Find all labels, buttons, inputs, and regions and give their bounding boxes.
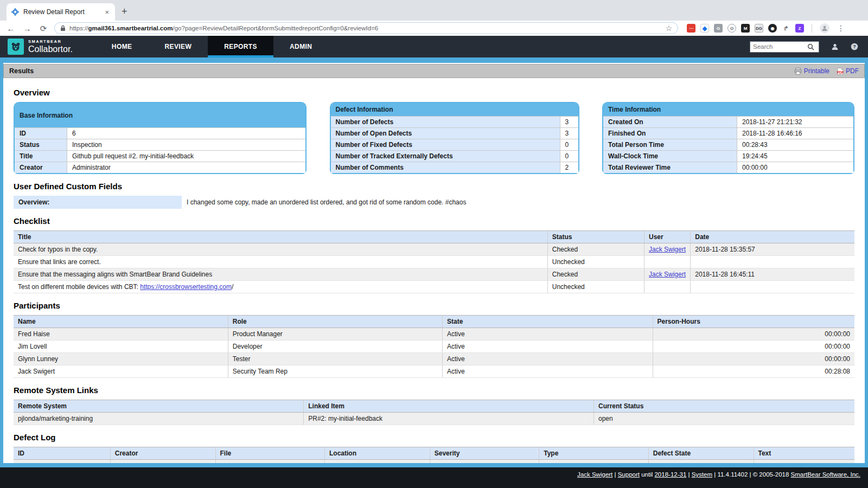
search-input[interactable]: [753, 43, 807, 50]
extension-icon-2[interactable]: ◆: [700, 24, 709, 33]
checklist-table: Title Status User Date Check for typos i…: [14, 230, 854, 293]
table-row: Number of Defects3: [331, 116, 578, 127]
nav-item-review[interactable]: REVIEW: [148, 36, 208, 57]
browser-profile-avatar[interactable]: [820, 23, 829, 33]
participant-name: Jack Swigert: [14, 365, 228, 378]
nav-item-admin[interactable]: ADMIN: [273, 36, 328, 57]
footer-separator: |: [612, 471, 617, 478]
pdf-link[interactable]: PDF PDF: [837, 67, 859, 75]
table-row: Test on different mobile devices with CB…: [14, 281, 854, 293]
footer-system-link[interactable]: System: [692, 471, 712, 478]
checklist-status: Checked: [547, 268, 644, 281]
row-label: Finished On: [603, 127, 737, 139]
extension-icon-9[interactable]: Z: [795, 24, 804, 33]
new-tab-button[interactable]: +: [122, 6, 127, 17]
row-label: Total Reviewer Time: [603, 162, 737, 173]
search-box[interactable]: [750, 41, 819, 53]
table-row: pjlonda/marketing-training PR#2: my-init…: [14, 413, 854, 425]
checklist-date: [691, 256, 854, 268]
extension-icon-6[interactable]: DG: [755, 24, 763, 33]
defect-information-title: Defect Information: [331, 103, 578, 116]
user-icon[interactable]: [831, 43, 839, 50]
user-link[interactable]: Jack Swigert: [649, 246, 686, 253]
pdf-icon: PDF: [837, 68, 844, 75]
toolbar-divider: [812, 24, 812, 33]
report-content: Overview Base Information ID6 StatusInsp…: [3, 78, 865, 467]
column-header-status: Status: [547, 231, 644, 243]
app-header: SMARTBEAR Collabortor. HOME REVIEW REPOR…: [0, 36, 868, 57]
current-status-value: open: [594, 413, 855, 425]
base-information-table: Base Information ID6 StatusInspection Ti…: [14, 102, 307, 174]
defect-information-table: Defect Information Number of Defects3 Nu…: [330, 102, 579, 174]
footer-company-link[interactable]: SmartBear Software, Inc.: [791, 471, 860, 478]
footer-user-link[interactable]: Jack Swigert: [577, 471, 612, 478]
row-label: ID: [15, 127, 67, 139]
defect-location: Line 15: [325, 460, 430, 468]
column-header-remote-system: Remote System: [14, 400, 304, 413]
extension-icon-3[interactable]: G: [714, 24, 723, 33]
extension-icon-5[interactable]: M: [741, 24, 750, 33]
row-label: Number of Comments: [331, 162, 560, 173]
url-bar[interactable]: https://gmail361.smartbeartrial.com/go?p…: [54, 22, 678, 34]
search-icon[interactable]: [807, 43, 814, 50]
row-label: Title: [15, 150, 67, 162]
defect-creator-link[interactable]: Jack Swigert: [115, 462, 152, 467]
column-header-id: ID: [14, 447, 110, 460]
table-row: Total Person Time00:28:43: [603, 139, 853, 150]
reload-icon[interactable]: ⟳: [38, 24, 49, 33]
custom-field-row: Overview: I changed some copy, made an u…: [14, 196, 854, 209]
table-row: Number of Fixed Defects0: [331, 139, 578, 150]
table-row: Jim Lovell Developer Active 00:00:00: [14, 341, 854, 353]
cbt-url-link[interactable]: https://crossbrowsertesting.com: [140, 283, 232, 291]
table-row: Finished On2018-11-28 16:46:16: [603, 127, 853, 139]
extension-icon-4[interactable]: O: [727, 24, 736, 33]
table-row: Wall-Clock Time19:24:45: [603, 150, 853, 162]
participant-hours: 00:00:00: [653, 353, 854, 365]
brand-smartbear-label: SMARTBEAR: [28, 39, 73, 44]
checklist-status: Unchecked: [547, 281, 644, 293]
column-header-file: File: [215, 447, 325, 460]
defect-id-link[interactable]: 1: [102, 462, 106, 467]
nav-item-reports[interactable]: REPORTS: [208, 36, 273, 57]
browser-tab[interactable]: Review Detail Report ×: [7, 3, 115, 21]
pdf-label[interactable]: PDF: [846, 67, 859, 75]
table-header-row: ID Creator File Location Severity Type D…: [14, 447, 854, 460]
help-icon[interactable]: ?: [851, 43, 858, 50]
printable-label[interactable]: Printable: [804, 67, 829, 75]
page-frame: Results Printable PDF PDF Overview Base …: [0, 57, 868, 467]
participants-table: Name Role State Person-Hours Fred Haise …: [14, 315, 854, 378]
footer-support-date-link[interactable]: 2018-12-31: [654, 471, 686, 478]
bookmark-star-icon[interactable]: ☆: [665, 24, 672, 33]
back-icon[interactable]: ←: [5, 24, 16, 33]
row-value: 2018-11-28 16:46:16: [737, 127, 853, 139]
participant-hours: 00:00:00: [653, 328, 854, 341]
table-row: Fred Haise Product Manager Active 00:00:…: [14, 328, 854, 341]
footer-support-link[interactable]: Support: [618, 471, 640, 478]
brand-logo[interactable]: SMARTBEAR Collabortor.: [0, 36, 80, 57]
column-header-type: Type: [539, 447, 649, 460]
table-row: 1 Jack Swigert email-template Line 15 Ma…: [14, 460, 854, 468]
main-nav: HOME REVIEW REPORTS ADMIN: [95, 36, 329, 57]
nav-item-home[interactable]: HOME: [95, 36, 149, 57]
participant-state: Active: [443, 341, 653, 353]
row-label: Wall-Clock Time: [603, 150, 737, 162]
participant-state: Active: [443, 353, 653, 365]
forward-icon[interactable]: →: [22, 24, 33, 33]
tab-close-icon[interactable]: ×: [103, 8, 111, 16]
brand-collaborator-label: Collabortor.: [28, 44, 73, 54]
participant-name: Fred Haise: [14, 328, 228, 341]
chrome-menu-icon[interactable]: ⋮: [835, 24, 847, 33]
printable-link[interactable]: Printable: [794, 67, 829, 75]
extension-icon-1[interactable]: ⋯: [687, 24, 695, 33]
row-value: Administrator: [67, 162, 305, 173]
extension-icon-7[interactable]: ◉: [768, 24, 777, 33]
smartbear-logo-icon: [8, 38, 24, 55]
svg-text:?: ?: [853, 44, 856, 49]
checklist-date: [691, 281, 854, 293]
table-row: Created On2018-11-27 21:21:32: [603, 116, 853, 127]
extension-icon-8[interactable]: ↱: [782, 24, 790, 33]
user-link[interactable]: Jack Swigert: [649, 271, 686, 278]
browser-tab-strip: Review Detail Report × +: [0, 0, 868, 21]
linked-item-value: PR#2: my-initial-feedback: [304, 413, 594, 425]
column-header-text: Text: [754, 447, 854, 460]
